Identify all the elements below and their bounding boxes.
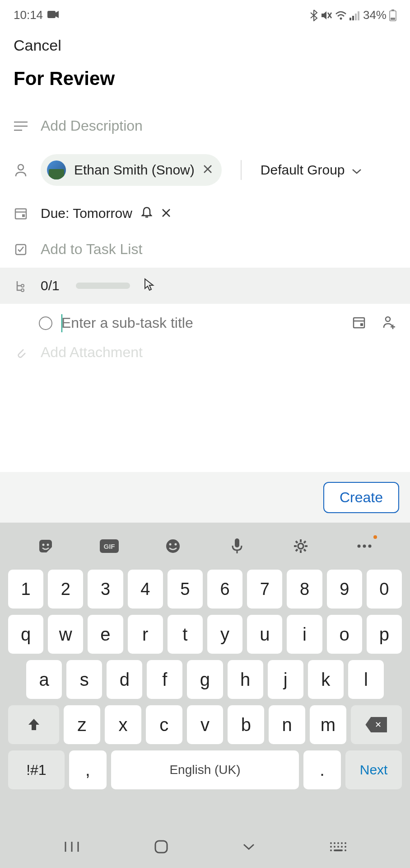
due-label: Due: Tomorrow bbox=[41, 206, 132, 221]
nav-home[interactable] bbox=[154, 839, 169, 856]
key-i[interactable]: i bbox=[287, 615, 322, 654]
subtask-assign-icon[interactable] bbox=[382, 316, 396, 331]
remove-assignee-icon[interactable] bbox=[203, 163, 213, 177]
due-row[interactable]: Due: Tomorrow bbox=[0, 196, 410, 231]
key-z[interactable]: z bbox=[64, 705, 100, 744]
svg-point-51 bbox=[358, 545, 361, 548]
subtask-date-icon[interactable] bbox=[352, 316, 366, 331]
bluetooth-icon bbox=[310, 9, 318, 21]
subtask-checkbox[interactable] bbox=[39, 316, 52, 330]
svg-point-62 bbox=[345, 842, 346, 844]
key-symbols[interactable]: !#1 bbox=[8, 750, 65, 789]
nav-recent[interactable] bbox=[64, 840, 80, 855]
chevron-down-icon bbox=[351, 162, 362, 178]
svg-point-67 bbox=[345, 846, 346, 848]
key-r[interactable]: r bbox=[128, 615, 163, 654]
svg-point-39 bbox=[175, 543, 177, 546]
key-x[interactable]: x bbox=[105, 705, 141, 744]
keyboard-row-numbers: 1 2 3 4 5 6 7 8 9 0 bbox=[8, 570, 402, 609]
key-5[interactable]: 5 bbox=[168, 570, 203, 609]
key-9[interactable]: 9 bbox=[327, 570, 362, 609]
key-g[interactable]: g bbox=[187, 660, 223, 699]
svg-line-50 bbox=[296, 549, 298, 551]
key-shift[interactable] bbox=[8, 705, 59, 744]
key-d[interactable]: d bbox=[107, 660, 142, 699]
svg-line-49 bbox=[304, 541, 306, 543]
svg-point-33 bbox=[42, 544, 44, 546]
description-row[interactable]: Add Description bbox=[0, 108, 410, 144]
key-t[interactable]: t bbox=[168, 615, 203, 654]
tasklist-row[interactable]: Add to Task List bbox=[0, 231, 410, 268]
more-icon[interactable] bbox=[354, 536, 374, 556]
key-backspace[interactable]: ✕ bbox=[351, 705, 402, 744]
create-button[interactable]: Create bbox=[323, 482, 399, 513]
key-q[interactable]: q bbox=[8, 615, 43, 654]
key-h[interactable]: h bbox=[228, 660, 263, 699]
nav-back[interactable] bbox=[242, 843, 256, 853]
svg-rect-40 bbox=[235, 538, 239, 547]
key-1[interactable]: 1 bbox=[8, 570, 43, 609]
key-6[interactable]: 6 bbox=[207, 570, 242, 609]
key-y[interactable]: y bbox=[207, 615, 242, 654]
key-f[interactable]: f bbox=[147, 660, 182, 699]
key-next[interactable]: Next bbox=[345, 750, 402, 789]
key-e[interactable]: e bbox=[88, 615, 123, 654]
key-3[interactable]: 3 bbox=[88, 570, 123, 609]
svg-point-38 bbox=[169, 543, 172, 546]
key-v[interactable]: v bbox=[187, 705, 224, 744]
attachment-icon bbox=[14, 345, 28, 359]
subtask-input-row bbox=[0, 304, 410, 342]
key-n[interactable]: n bbox=[269, 705, 305, 744]
key-w[interactable]: w bbox=[48, 615, 83, 654]
mute-icon bbox=[321, 10, 332, 21]
svg-point-64 bbox=[334, 846, 335, 848]
key-a[interactable]: a bbox=[26, 660, 62, 699]
header: Cancel bbox=[0, 28, 410, 68]
key-7[interactable]: 7 bbox=[247, 570, 282, 609]
keyboard-row-2: a s d f g h j k l bbox=[8, 660, 402, 699]
clear-due-icon[interactable] bbox=[161, 206, 171, 221]
cancel-button[interactable]: Cancel bbox=[14, 37, 61, 54]
key-space[interactable]: English (UK) bbox=[111, 750, 299, 789]
key-s[interactable]: s bbox=[66, 660, 102, 699]
emoji-icon[interactable] bbox=[163, 536, 183, 556]
key-l[interactable]: l bbox=[348, 660, 384, 699]
svg-rect-10 bbox=[391, 18, 395, 20]
notification-dot bbox=[373, 535, 377, 539]
gif-icon[interactable]: GIF bbox=[99, 536, 119, 556]
key-m[interactable]: m bbox=[310, 705, 346, 744]
sticker-icon[interactable] bbox=[36, 536, 56, 556]
subtask-input[interactable] bbox=[61, 315, 343, 331]
key-j[interactable]: j bbox=[268, 660, 303, 699]
attachment-row[interactable]: Add Attachment bbox=[0, 342, 410, 362]
svg-point-61 bbox=[341, 842, 343, 844]
keyboard-toolbar: GIF bbox=[0, 527, 410, 570]
subtask-header: 0/1 bbox=[0, 268, 410, 304]
nav-keyboard-icon[interactable] bbox=[329, 841, 346, 854]
assignee-chip[interactable]: Ethan Smith (Snow) bbox=[41, 154, 222, 186]
gear-icon[interactable] bbox=[291, 536, 311, 556]
key-2[interactable]: 2 bbox=[48, 570, 83, 609]
svg-point-3 bbox=[340, 17, 342, 19]
key-k[interactable]: k bbox=[308, 660, 344, 699]
svg-point-53 bbox=[368, 545, 372, 548]
svg-point-37 bbox=[166, 539, 180, 553]
page-title: For Review bbox=[0, 68, 410, 108]
svg-line-47 bbox=[296, 541, 298, 543]
key-4[interactable]: 4 bbox=[128, 570, 163, 609]
svg-point-25 bbox=[21, 289, 24, 292]
key-comma[interactable]: , bbox=[69, 750, 107, 789]
key-0[interactable]: 0 bbox=[367, 570, 402, 609]
reminder-icon[interactable] bbox=[141, 206, 152, 221]
mic-icon[interactable] bbox=[227, 536, 247, 556]
key-period[interactable]: . bbox=[303, 750, 341, 789]
key-b[interactable]: b bbox=[228, 705, 264, 744]
key-8[interactable]: 8 bbox=[287, 570, 322, 609]
group-select[interactable]: Default Group bbox=[261, 162, 362, 178]
svg-rect-69 bbox=[334, 849, 343, 851]
key-u[interactable]: u bbox=[247, 615, 282, 654]
key-o[interactable]: o bbox=[327, 615, 362, 654]
key-c[interactable]: c bbox=[146, 705, 182, 744]
divider bbox=[241, 160, 242, 180]
key-p[interactable]: p bbox=[367, 615, 402, 654]
